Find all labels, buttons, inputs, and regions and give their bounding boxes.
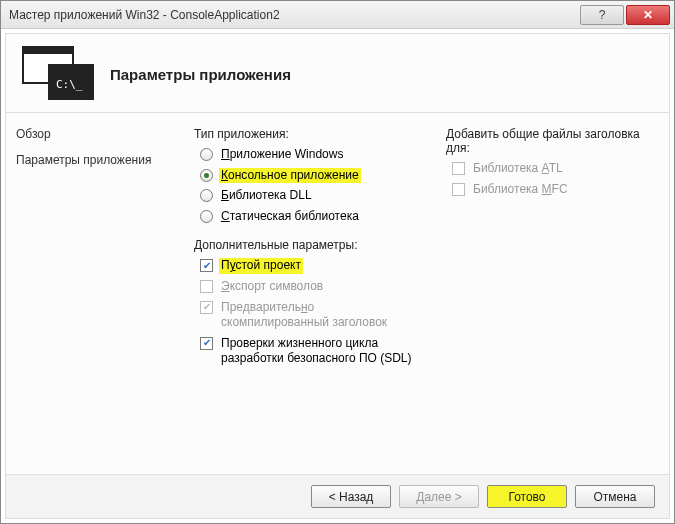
- check-label: Библиотека ATL: [471, 161, 565, 177]
- checkbox-icon: ✔: [200, 301, 213, 314]
- nav-app-settings[interactable]: Параметры приложения: [16, 153, 174, 167]
- right-column: Добавить общие файлы заголовка для: Библ…: [446, 127, 646, 474]
- app-type-options: Приложение Windows Консольное приложение…: [200, 147, 414, 224]
- check-sdl[interactable]: ✔ Проверки жизненного цикла разработки б…: [200, 336, 414, 367]
- radio-label: Статическая библиотека: [219, 209, 361, 225]
- left-column: Тип приложения: Приложение Windows Консо…: [194, 127, 414, 474]
- checkbox-icon: [452, 183, 465, 196]
- console-app-icon: C:\_: [22, 46, 94, 102]
- check-label: Проверки жизненного цикла разработки без…: [219, 336, 414, 367]
- radio-static-lib[interactable]: Статическая библиотека: [200, 209, 414, 225]
- add-params-options: ✔ Пустой проект Экспорт символов ✔ Предв…: [200, 258, 414, 367]
- radio-console-app[interactable]: Консольное приложение: [200, 168, 414, 184]
- wizard-window: Мастер приложений Win32 - ConsoleApplica…: [0, 0, 675, 524]
- checkbox-icon: ✔: [200, 259, 213, 272]
- content-area: Тип приложения: Приложение Windows Консо…: [184, 113, 669, 474]
- client-area: C:\_ Параметры приложения Обзор Параметр…: [5, 33, 670, 519]
- close-button[interactable]: ✕: [626, 5, 670, 25]
- radio-label: Библиотека DLL: [219, 188, 314, 204]
- check-label: Предварительно скомпилированный заголово…: [219, 300, 414, 331]
- radio-dll[interactable]: Библиотека DLL: [200, 188, 414, 204]
- window-title: Мастер приложений Win32 - ConsoleApplica…: [9, 8, 579, 22]
- radio-icon: [200, 210, 213, 223]
- titlebar: Мастер приложений Win32 - ConsoleApplica…: [1, 1, 674, 29]
- check-atl: Библиотека ATL: [452, 161, 646, 177]
- check-export-symbols: Экспорт символов: [200, 279, 414, 295]
- wizard-header: C:\_ Параметры приложения: [6, 34, 669, 112]
- check-label: Пустой проект: [219, 258, 303, 274]
- checkbox-icon: [200, 280, 213, 293]
- finish-button[interactable]: Готово: [487, 485, 567, 508]
- radio-icon: [200, 169, 213, 182]
- radio-windows-app[interactable]: Приложение Windows: [200, 147, 414, 163]
- cancel-button[interactable]: Отмена: [575, 485, 655, 508]
- check-precompiled-header: ✔ Предварительно скомпилированный заголо…: [200, 300, 414, 331]
- headers-options: Библиотека ATL Библиотека MFC: [452, 161, 646, 197]
- radio-icon: [200, 148, 213, 161]
- back-button[interactable]: < Назад: [311, 485, 391, 508]
- check-mfc: Библиотека MFC: [452, 182, 646, 198]
- help-button[interactable]: ?: [580, 5, 624, 25]
- check-empty-project[interactable]: ✔ Пустой проект: [200, 258, 414, 274]
- nav-panel: Обзор Параметры приложения: [6, 113, 184, 474]
- radio-label: Приложение Windows: [219, 147, 345, 163]
- page-title: Параметры приложения: [110, 66, 291, 83]
- radio-label: Консольное приложение: [219, 168, 361, 184]
- check-label: Библиотека MFC: [471, 182, 570, 198]
- footer: < Назад Далее > Готово Отмена: [6, 474, 669, 518]
- checkbox-icon: ✔: [200, 337, 213, 350]
- add-params-label: Дополнительные параметры:: [194, 238, 414, 252]
- wizard-body: Обзор Параметры приложения Тип приложени…: [6, 113, 669, 474]
- nav-overview[interactable]: Обзор: [16, 127, 174, 141]
- next-button: Далее >: [399, 485, 479, 508]
- headers-label: Добавить общие файлы заголовка для:: [446, 127, 646, 155]
- app-type-label: Тип приложения:: [194, 127, 414, 141]
- checkbox-icon: [452, 162, 465, 175]
- radio-icon: [200, 189, 213, 202]
- check-label: Экспорт символов: [219, 279, 325, 295]
